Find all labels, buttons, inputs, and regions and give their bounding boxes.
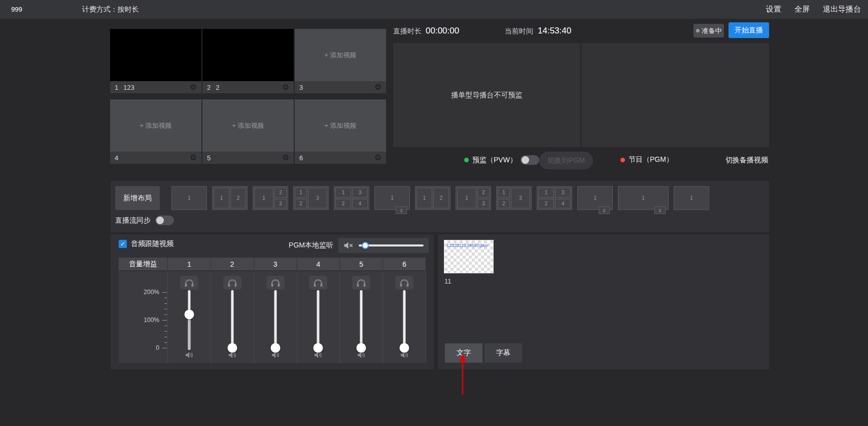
pgm-group: 节目（PGM） [620, 155, 673, 164]
layout-thumbnail[interactable]: 1324 [334, 186, 369, 210]
layout-cell: 2 [498, 199, 510, 209]
speaker-icon[interactable] [400, 351, 408, 361]
source-number: 4 [115, 154, 118, 162]
layout-thumbnail[interactable]: 123 [293, 186, 329, 210]
annotation-arrow-icon [456, 353, 469, 396]
gear-icon[interactable]: ⚙ [374, 83, 381, 91]
headphone-icon-button[interactable] [180, 276, 198, 290]
current-time-label: 当前时间 [505, 27, 533, 36]
layout-thumbnail[interactable]: 12 [415, 186, 450, 210]
audio-follow-checkbox[interactable]: ✓ [119, 240, 127, 248]
exit-studio-link[interactable]: 退出导播台 [823, 5, 861, 14]
layout-thumbnail[interactable]: 12 [618, 186, 669, 210]
gear-icon[interactable]: ⚙ [282, 83, 289, 91]
gear-icon[interactable]: ⚙ [190, 83, 197, 91]
gear-icon[interactable]: ⚙ [374, 154, 381, 162]
monitor-slider-knob[interactable] [362, 242, 369, 249]
add-video-button[interactable]: + 添加视频 [295, 99, 386, 152]
layout-thumbnail[interactable]: 12 [374, 186, 410, 210]
source-slot: + 添加视频6⚙ [295, 99, 386, 164]
speaker-icon[interactable] [357, 351, 365, 361]
layout-cell: 3 [352, 188, 368, 198]
source-slot: + 添加视频3⚙ [295, 29, 386, 93]
switch-to-pgm-button[interactable]: 切换到PGM [539, 152, 593, 169]
source-number: 5 [207, 154, 211, 162]
pvw-toggle[interactable] [520, 155, 539, 165]
layout-thumbnails: 11212312313241212123123132412121 [171, 186, 709, 210]
layout-cell: 2 [599, 206, 610, 214]
gear-icon[interactable]: ⚙ [190, 154, 197, 162]
layout-cell-group: 12 [498, 188, 510, 208]
add-video-button[interactable]: + 添加视频 [295, 29, 386, 81]
pgm-monitor-box [338, 238, 429, 253]
audio-panel: ✓ 音频跟随视频 PGM本地监听 音量增益123456200%100%0 [111, 234, 434, 369]
gear-icon[interactable]: ⚙ [282, 154, 289, 162]
volume-slider-track[interactable] [360, 290, 363, 350]
layout-cell: 4 [352, 199, 368, 209]
layout-cell: 2 [335, 199, 351, 209]
audio-follow-row: ✓ 音频跟随视频 [119, 239, 173, 248]
headphone-icon-button[interactable] [395, 276, 413, 290]
headphone-icon-button[interactable] [352, 276, 370, 290]
headphone-icon-button[interactable] [309, 276, 327, 290]
audio-follow-label: 音频跟随视频 [131, 239, 173, 248]
layout-thumbnail[interactable]: 12 [212, 186, 248, 210]
speaker-icon[interactable] [314, 351, 322, 361]
layout-thumbnail[interactable]: 1324 [537, 186, 572, 210]
stream-sync-label: 直播流同步 [115, 216, 151, 225]
layout-cell: 1 [295, 188, 307, 198]
channel-column [168, 271, 211, 363]
media-thumbnail-text: 1233211234567qwe [446, 243, 488, 248]
layout-cell: 1 [538, 188, 554, 198]
layout-thumbnail[interactable]: 123 [253, 186, 288, 210]
volume-slider-knob[interactable] [184, 310, 194, 320]
subtitle-button[interactable]: 字幕 [484, 343, 522, 363]
start-live-button[interactable]: 开始直播 [728, 22, 769, 38]
source-video[interactable] [110, 29, 201, 81]
add-layout-button[interactable]: 新增布局 [115, 186, 160, 210]
source-name: 2 [216, 84, 219, 91]
layout-cell: 1 [376, 188, 408, 208]
source-slot: 22⚙ [202, 29, 294, 93]
stream-sync-toggle[interactable] [155, 216, 174, 225]
scale-tick-minor [164, 331, 167, 332]
switch-backup-video-link[interactable]: 切换备播视频 [725, 156, 768, 165]
scale-tick-major [162, 348, 167, 348]
layout-thumbnail[interactable]: 1 [171, 186, 207, 210]
media-thumbnail[interactable]: 1233211234567qwe [444, 240, 494, 273]
source-video[interactable] [202, 29, 294, 81]
headphone-icon-button[interactable] [266, 276, 285, 290]
mute-speaker-icon[interactable] [343, 241, 354, 250]
add-video-button[interactable]: + 添加视频 [202, 99, 294, 152]
volume-slider-track[interactable] [274, 290, 276, 350]
headphone-icon-button[interactable] [223, 276, 241, 290]
layout-thumbnail[interactable]: 12 [577, 186, 613, 210]
pvw-label: 预监（PVW） [472, 156, 517, 165]
layout-cell: 1 [498, 188, 510, 198]
speaker-icon[interactable] [185, 351, 193, 361]
settings-link[interactable]: 设置 [766, 5, 781, 14]
layout-thumbnail[interactable]: 1 [674, 186, 709, 210]
volume-slider-track[interactable] [231, 290, 233, 350]
live-duration-value: 00:00:00 [426, 26, 459, 36]
pgm-panel: 直播时长 00:00:00 当前时间 14:53:40 准备中 开始直播 播单型… [393, 22, 769, 171]
layout-thumbnail[interactable]: 123 [496, 186, 532, 210]
add-video-button[interactable]: + 添加视频 [110, 99, 201, 152]
source-grid: 1123⚙22⚙+ 添加视频3⚙+ 添加视频4⚙+ 添加视频5⚙+ 添加视频6⚙ [110, 29, 387, 164]
source-label-bar: 4⚙ [110, 152, 201, 164]
layout-thumbnail[interactable]: 123 [456, 186, 491, 210]
stream-sync-toggle-knob[interactable] [156, 217, 164, 224]
scale-tick-major [162, 320, 167, 321]
pvw-group: 预监（PVW） [464, 155, 539, 165]
volume-slider-track[interactable] [403, 290, 406, 350]
speaker-icon[interactable] [228, 351, 236, 361]
monitor-volume-slider[interactable] [359, 242, 424, 249]
room-id: 999 [11, 6, 22, 13]
volume-slider-track[interactable] [317, 290, 320, 350]
source-name: 123 [123, 84, 134, 91]
pvw-toggle-knob[interactable] [522, 156, 529, 164]
scale-label: 0 [156, 344, 159, 351]
media-item-name: 11 [444, 277, 452, 285]
fullscreen-link[interactable]: 全屏 [794, 5, 810, 14]
speaker-icon[interactable] [271, 351, 280, 361]
